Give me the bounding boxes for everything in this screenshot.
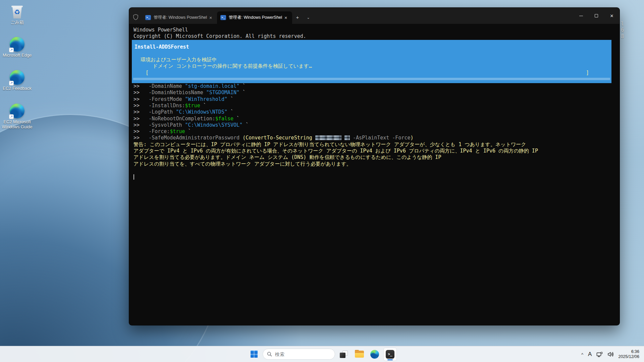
start-button[interactable] bbox=[247, 348, 261, 361]
install-addsforest-progress-box: Install-ADDSForest 環境およびユーザー入力を検証中 ドメイン … bbox=[132, 40, 611, 83]
tab-close-icon[interactable]: ✕ bbox=[207, 14, 214, 21]
new-tab-button[interactable]: + bbox=[293, 13, 302, 22]
progress-bracket-row: [ ] bbox=[132, 70, 611, 76]
minimize-button[interactable] bbox=[573, 8, 589, 24]
terminal-command-lines: >> -DomainName "stg-domain.local" `>> -D… bbox=[133, 83, 620, 141]
shortcut-arrow-icon: ↗ bbox=[9, 48, 14, 52]
bracket-open: [ bbox=[146, 70, 149, 76]
bracket-close: ] bbox=[586, 70, 589, 76]
powershell-icon: >_ bbox=[220, 15, 226, 20]
progress-status: ドメイン コントローラーの操作に関する前提条件を検証しています… bbox=[132, 63, 611, 69]
edge-button[interactable] bbox=[368, 348, 381, 361]
task-view-button[interactable] bbox=[337, 348, 351, 361]
desktop-icon-label: Microsoft Edge bbox=[3, 53, 32, 58]
tab-powershell-1[interactable]: >_ 管理者: Windows PowerShell ✕ bbox=[142, 11, 217, 24]
window-controls: ✕ bbox=[573, 8, 620, 24]
admin-shield-icon bbox=[129, 10, 142, 24]
desktop-icon-label: EC2 Microsoft Windows Guide bbox=[1, 119, 34, 129]
terminal-icon: >_ bbox=[386, 350, 394, 359]
tab-close-icon[interactable]: ✕ bbox=[282, 14, 289, 21]
windows-terminal-window: >_ 管理者: Windows PowerShell ✕ >_ 管理者: Win… bbox=[129, 7, 620, 325]
taskbar-search[interactable] bbox=[263, 349, 335, 360]
edge-icon: ↗ bbox=[10, 70, 24, 85]
tray-overflow-chevron[interactable]: ^ bbox=[579, 348, 586, 361]
network-tray-button[interactable] bbox=[594, 348, 605, 361]
desktop-icon-ec2-windows-guide[interactable]: ↗ EC2 Microsoft Windows Guide bbox=[1, 104, 34, 129]
progress-title: Install-ADDSForest bbox=[132, 44, 611, 50]
desktop-icon-recycle-bin[interactable]: ♻ ごみ箱 bbox=[1, 5, 34, 25]
file-explorer-button[interactable] bbox=[353, 348, 366, 361]
desktop-icon-label: EC2 Feedback bbox=[3, 86, 32, 91]
taskbar-center-group: >_ bbox=[247, 348, 397, 361]
network-icon bbox=[596, 352, 603, 357]
speaker-icon bbox=[607, 352, 614, 357]
terminal-warning-lines: 警告: このコンピューターには、IP プロパティに静的 IP アドレスが割り当て… bbox=[133, 141, 620, 167]
close-button[interactable]: ✕ bbox=[604, 8, 620, 24]
desktop-icon-ec2-feedback[interactable]: ↗ EC2 Feedback bbox=[1, 70, 34, 91]
ime-indicator[interactable]: A bbox=[586, 348, 594, 361]
task-view-icon bbox=[340, 351, 348, 358]
tray-clock[interactable]: 6:36 2025/12/06 bbox=[616, 349, 642, 359]
terminal-banner-lines: Windows PowerShellCopyright (C) Microsof… bbox=[133, 27, 620, 40]
shortcut-arrow-icon: ↗ bbox=[9, 81, 14, 85]
terminal-button-active[interactable]: >_ bbox=[383, 348, 397, 361]
search-input[interactable] bbox=[275, 352, 325, 357]
progress-bar-strip bbox=[133, 78, 610, 80]
tab-dropdown-button[interactable]: ⌄ bbox=[304, 13, 313, 22]
shortcut-arrow-icon: ↗ bbox=[9, 114, 14, 119]
powershell-icon: >_ bbox=[145, 15, 151, 20]
recycle-bin-icon: ♻ bbox=[11, 5, 23, 19]
text-cursor bbox=[133, 174, 134, 180]
system-tray: ^ A 6:36 2025/12/06 bbox=[579, 346, 642, 362]
progress-spacer bbox=[132, 50, 611, 57]
desktop-screen: ♻ ごみ箱 ↗ Microsoft Edge ↗ EC2 Feedback ↗ … bbox=[0, 0, 644, 362]
file-explorer-icon bbox=[355, 351, 364, 358]
terminal-caret-line bbox=[133, 174, 620, 180]
desktop-icon-microsoft-edge[interactable]: ↗ Microsoft Edge bbox=[1, 37, 34, 58]
terminal-titlebar[interactable]: >_ 管理者: Windows PowerShell ✕ >_ 管理者: Win… bbox=[129, 8, 620, 24]
windows-logo-icon bbox=[251, 351, 258, 358]
tab-title: 管理者: Windows PowerShell bbox=[154, 15, 207, 20]
tab-powershell-2-active[interactable]: >_ 管理者: Windows PowerShell ✕ bbox=[217, 11, 292, 24]
progress-activity: 環境およびユーザー入力を検証中 bbox=[132, 57, 611, 63]
clock-date: 2025/12/06 bbox=[618, 354, 639, 359]
desktop-text-fragments: l 6 8 bbox=[621, 21, 628, 40]
volume-tray-button[interactable] bbox=[605, 348, 616, 361]
tab-title: 管理者: Windows PowerShell bbox=[229, 15, 282, 20]
terminal-blank-line bbox=[133, 167, 620, 174]
maximize-button[interactable] bbox=[589, 8, 604, 24]
edge-icon bbox=[370, 350, 379, 359]
fragment-char: 6 bbox=[621, 27, 628, 34]
terminal-content[interactable]: Windows PowerShellCopyright (C) Microsof… bbox=[129, 24, 620, 325]
taskbar: >_ ^ A bbox=[0, 346, 644, 362]
edge-icon: ↗ bbox=[10, 104, 24, 118]
search-icon bbox=[267, 352, 272, 357]
fragment-char: 8 bbox=[621, 34, 628, 40]
desktop-icon-label: ごみ箱 bbox=[10, 20, 24, 25]
edge-icon: ↗ bbox=[10, 37, 24, 52]
fragment-char: l bbox=[621, 21, 628, 27]
clock-time: 6:36 bbox=[618, 349, 639, 354]
